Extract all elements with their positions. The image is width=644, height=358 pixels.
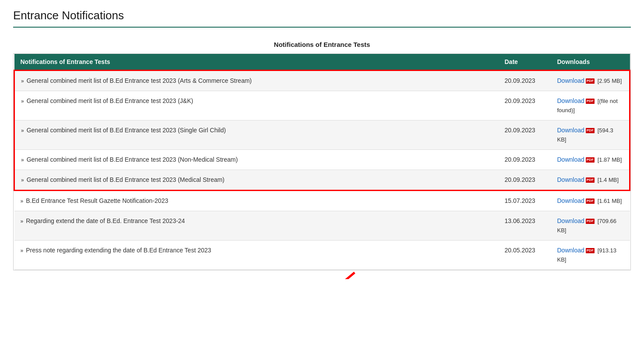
chevron-icon: »	[21, 98, 24, 104]
table-header-row: Notifications of Entrance Tests Date Dow…	[14, 54, 630, 71]
section-heading: Notifications of Entrance Tests	[13, 41, 631, 48]
download-cell[interactable]: DownloadPDF [913.13 KB]	[551, 241, 630, 270]
row-title: General combined merit list of B.Ed Entr…	[27, 156, 238, 163]
date-cell: 20.05.2023	[499, 241, 551, 270]
pdf-icon: PDF	[586, 78, 595, 84]
download-cell[interactable]: DownloadPDF [(file not found)]	[551, 91, 630, 121]
chevron-icon: »	[21, 128, 24, 134]
download-link[interactable]: Download	[557, 97, 584, 104]
download-cell[interactable]: DownloadPDF [1.87 MB]	[551, 150, 630, 170]
chevron-icon: »	[21, 78, 24, 84]
notification-title-cell: »General combined merit list of B.Ed Ent…	[14, 71, 499, 91]
notifications-table-wrapper: Notifications of Entrance Tests Date Dow…	[13, 53, 631, 270]
row-title: B.Ed Entrance Test Result Gazette Notifi…	[26, 197, 168, 204]
table-row: »General combined merit list of B.Ed Ent…	[14, 91, 630, 121]
pdf-icon: PDF	[586, 128, 595, 133]
row-title: Regarding extend the date of B.Ed. Entra…	[26, 217, 185, 224]
chevron-icon: »	[21, 218, 24, 224]
notification-title-cell: »General combined merit list of B.Ed Ent…	[14, 91, 499, 121]
date-cell: 20.09.2023	[499, 150, 551, 170]
pdf-icon: PDF	[586, 198, 595, 204]
file-size: [1.61 MB]	[598, 198, 622, 204]
download-cell[interactable]: DownloadPDF [2.95 MB]	[551, 71, 630, 91]
row-title: General combined merit list of B.Ed Entr…	[27, 77, 252, 84]
table-row: »General combined merit list of B.Ed Ent…	[14, 121, 630, 150]
chevron-icon: »	[21, 198, 24, 204]
file-size: [1.4 MB]	[598, 177, 619, 183]
chevron-icon: »	[21, 177, 24, 183]
table-row: »General combined merit list of B.Ed Ent…	[14, 170, 630, 191]
download-cell[interactable]: DownloadPDF [709.66 KB]	[551, 211, 630, 241]
notifications-table: Notifications of Entrance Tests Date Dow…	[14, 54, 630, 270]
file-size: [1.87 MB]	[598, 156, 622, 163]
row-title: General combined merit list of B.Ed Entr…	[27, 97, 194, 104]
table-row: »B.Ed Entrance Test Result Gazette Notif…	[14, 191, 630, 211]
notification-title-cell: »General combined merit list of B.Ed Ent…	[14, 121, 499, 150]
row-title: General combined merit list of B.Ed Entr…	[27, 127, 226, 134]
table-row: »General combined merit list of B.Ed Ent…	[14, 150, 630, 170]
header-date: Date	[499, 54, 551, 71]
pdf-icon: PDF	[586, 157, 595, 163]
download-link[interactable]: Download	[557, 127, 584, 134]
pdf-icon: PDF	[586, 248, 595, 253]
download-link[interactable]: Download	[557, 197, 584, 204]
date-cell: 20.09.2023	[499, 71, 551, 91]
table-outer: Notifications of Entrance Tests Date Dow…	[13, 53, 631, 270]
header-notification: Notifications of Entrance Tests	[14, 54, 499, 71]
notification-title-cell: »Press note regarding extending the date…	[14, 241, 499, 270]
header-downloads: Downloads	[551, 54, 630, 71]
download-link[interactable]: Download	[557, 77, 584, 84]
pdf-icon: PDF	[586, 177, 595, 183]
table-row: »Press note regarding extending the date…	[14, 241, 630, 270]
download-cell[interactable]: DownloadPDF [1.61 MB]	[551, 191, 630, 211]
date-cell: 13.06.2023	[499, 211, 551, 241]
download-link[interactable]: Download	[557, 247, 584, 254]
table-row: »General combined merit list of B.Ed Ent…	[14, 71, 630, 91]
date-cell: 20.09.2023	[499, 170, 551, 191]
download-link[interactable]: Download	[557, 156, 584, 163]
chevron-icon: »	[21, 157, 24, 163]
file-size: [2.95 MB]	[598, 78, 622, 84]
row-title: General combined merit list of B.Ed Entr…	[27, 176, 225, 183]
chevron-icon: »	[21, 248, 24, 254]
pdf-icon: PDF	[586, 219, 595, 224]
notification-title-cell: »Regarding extend the date of B.Ed. Entr…	[14, 211, 499, 241]
notification-title-cell: »B.Ed Entrance Test Result Gazette Notif…	[14, 191, 499, 211]
notification-title-cell: »General combined merit list of B.Ed Ent…	[14, 170, 499, 191]
page-title: Entrance Notifications	[13, 9, 631, 28]
notification-title-cell: »General combined merit list of B.Ed Ent…	[14, 150, 499, 170]
row-title: Press note regarding extending the date …	[26, 247, 211, 254]
download-cell[interactable]: DownloadPDF [1.4 MB]	[551, 170, 630, 191]
date-cell: 20.09.2023	[499, 121, 551, 150]
download-link[interactable]: Download	[557, 217, 584, 224]
pdf-icon: PDF	[586, 99, 595, 104]
download-link[interactable]: Download	[557, 176, 584, 183]
date-cell: 15.07.2023	[499, 191, 551, 211]
date-cell: 20.09.2023	[499, 91, 551, 121]
download-cell[interactable]: DownloadPDF [594.3 KB]	[551, 121, 630, 150]
table-row: »Regarding extend the date of B.Ed. Entr…	[14, 211, 630, 241]
svg-line-1	[276, 273, 355, 279]
